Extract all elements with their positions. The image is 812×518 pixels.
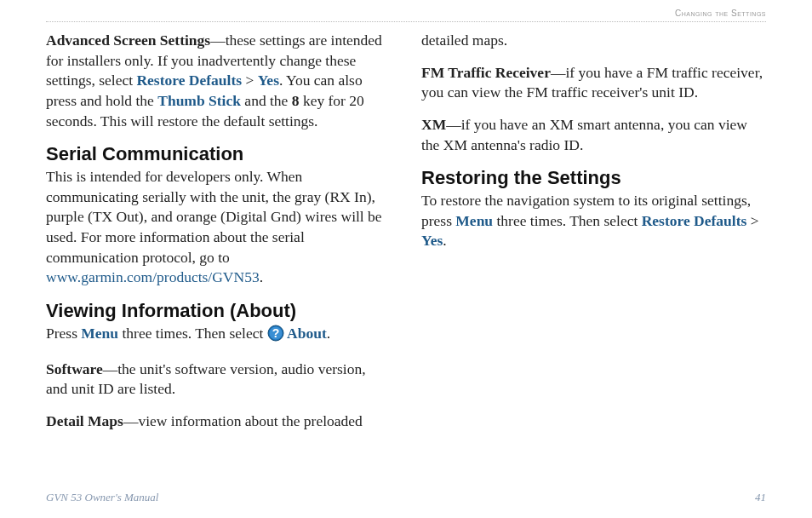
text: > xyxy=(746,212,758,229)
link-menu-2: Menu xyxy=(455,212,493,229)
text: three times. Then select xyxy=(118,325,267,342)
text: three times. Then select xyxy=(493,212,642,229)
para-fm-traffic: FM Traffic Receiver—if you have a FM tra… xyxy=(421,63,766,103)
text: Press xyxy=(46,325,81,342)
page-header: Changing the Settings xyxy=(46,9,766,22)
left-column: Advanced Screen Settings—these settings … xyxy=(46,31,391,443)
text: —if you have an XM smart antenna, you ca… xyxy=(421,116,747,153)
text: . xyxy=(443,232,446,249)
link-garmin-url[interactable]: www.garmin.com/products/GVN53 xyxy=(46,268,260,285)
section-title: Changing the Settings xyxy=(675,9,766,18)
para-serial: This is intended for developers only. Wh… xyxy=(46,167,391,288)
page-number: 41 xyxy=(755,491,766,504)
key-8: 8 xyxy=(292,92,300,109)
page-footer: GVN 53 Owner's Manual 41 xyxy=(46,491,766,504)
para-detail-maps: Detail Maps—view information about the p… xyxy=(46,412,391,432)
link-about: About xyxy=(284,325,327,342)
label-xm: XM xyxy=(421,116,446,133)
label-advanced-screen: Advanced Screen Settings xyxy=(46,32,210,49)
svg-text:?: ? xyxy=(272,326,279,340)
para-xm: XM—if you have an XM smart antenna, you … xyxy=(421,115,766,155)
para-press-menu: Press Menu three times. Then select ? Ab… xyxy=(46,324,391,348)
link-yes-2: Yes xyxy=(421,232,443,249)
link-restore-defaults-2: Restore Defaults xyxy=(642,212,747,229)
text: . xyxy=(260,268,263,285)
link-thumb-stick: Thumb Stick xyxy=(157,92,241,109)
text: . xyxy=(327,325,330,342)
heading-serial-communication: Serial Communication xyxy=(46,143,391,165)
label-detail-maps: Detail Maps xyxy=(46,412,123,429)
para-restore: To restore the navigation system to its … xyxy=(421,191,766,251)
heading-viewing-information: Viewing Information (About) xyxy=(46,300,391,322)
link-yes: Yes xyxy=(258,72,279,89)
text: and the xyxy=(241,92,292,109)
para-detailed-maps-cont: detailed maps. xyxy=(421,31,766,51)
text: This is intended for developers only. Wh… xyxy=(46,168,382,266)
heading-restoring-settings: Restoring the Settings xyxy=(421,167,766,189)
link-restore-defaults: Restore Defaults xyxy=(136,72,242,89)
para-advanced-screen: Advanced Screen Settings—these settings … xyxy=(46,31,391,131)
text: > xyxy=(242,72,258,89)
columns: Advanced Screen Settings—these settings … xyxy=(46,31,766,443)
footer-left: GVN 53 Owner's Manual xyxy=(46,491,158,504)
text: —view information about the preloaded xyxy=(123,412,363,429)
link-menu: Menu xyxy=(81,325,118,342)
help-icon: ? xyxy=(267,325,284,348)
text: detailed maps. xyxy=(421,32,507,49)
label-software: Software xyxy=(46,360,103,377)
page: Changing the Settings Advanced Screen Se… xyxy=(0,0,812,443)
right-column: detailed maps. FM Traffic Receiver—if yo… xyxy=(421,31,766,443)
label-fm-traffic: FM Traffic Receiver xyxy=(421,64,551,81)
para-software: Software—the unit's software version, au… xyxy=(46,360,391,400)
